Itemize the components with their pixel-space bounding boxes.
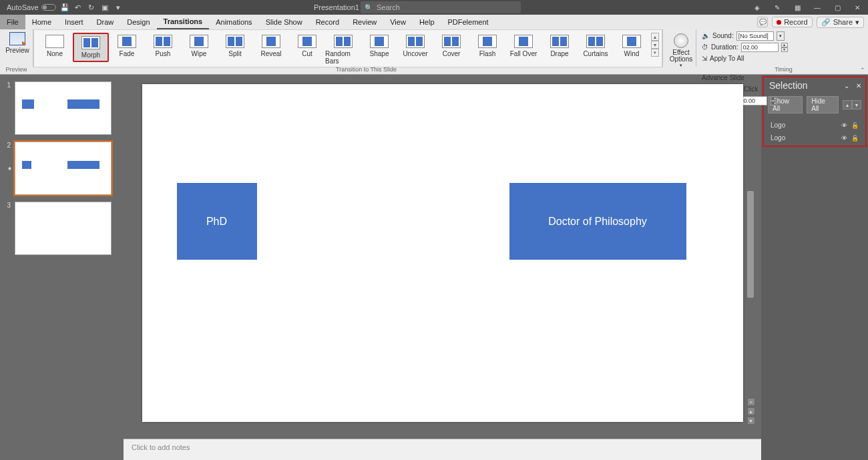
slide-nav-buttons[interactable]: ≡▲▼ [747, 398, 755, 425]
menu-pdfelement[interactable]: PDFelement [441, 15, 495, 29]
menu-review[interactable]: Review [346, 15, 383, 29]
sound-icon: 🔈 [702, 32, 710, 39]
group-label-timing: Timing [700, 66, 868, 74]
menu-record[interactable]: Record [309, 15, 346, 29]
transition-gallery: None Morph Fade Push Wipe Split Reveal C… [33, 29, 662, 67]
menu-bar: File Home Insert Draw Design Transitions… [0, 15, 868, 29]
maximize-button[interactable]: ▢ [832, 2, 843, 13]
group-label-preview: Preview [0, 66, 33, 74]
transition-wind[interactable]: Wind [614, 33, 650, 59]
apply-all-icon: ⇲ [702, 55, 707, 62]
menu-insert[interactable]: Insert [58, 15, 90, 29]
ribbon-collapse-icon[interactable]: ⌃ [860, 67, 865, 73]
menu-home[interactable]: Home [25, 15, 58, 29]
thumb-slide-1[interactable] [15, 81, 112, 135]
menu-design[interactable]: Design [120, 15, 156, 29]
search-icon: 🔍 [365, 4, 373, 11]
transition-uncover[interactable]: Uncover [397, 33, 433, 59]
duration-input[interactable]: 02.00 [741, 43, 779, 52]
selection-collapse-icon[interactable]: ⌄ [844, 82, 849, 89]
close-button[interactable]: ✕ [852, 2, 863, 13]
effect-options-label: Effect Options [667, 49, 695, 63]
minimize-button[interactable]: — [812, 2, 823, 13]
notes-pane[interactable]: Click to add notes [124, 439, 761, 460]
record-button[interactable]: Record [772, 17, 812, 27]
sound-dropdown-icon[interactable]: ▾ [777, 31, 785, 41]
transition-flash[interactable]: Flash [469, 33, 505, 59]
visibility-icon[interactable]: 👁 [841, 135, 847, 142]
transition-morph[interactable]: Morph [73, 33, 109, 62]
preview-icon [9, 32, 25, 45]
selection-close-icon[interactable]: ✕ [856, 82, 861, 89]
shape-phd[interactable]: PhD [177, 183, 257, 260]
transition-randombars[interactable]: Random Bars [325, 33, 361, 67]
title-bar: AutoSave 💾 ↶ ↻ ▣ ▾ Presentation1 - Power… [0, 0, 868, 15]
undo-icon[interactable]: ↶ [73, 3, 83, 12]
gallery-scroll[interactable]: ▲▼▾ [651, 33, 659, 57]
autosave-label: AutoSave [7, 3, 39, 11]
effect-options-button[interactable]: Effect Options ▾ [667, 32, 695, 68]
menu-draw[interactable]: Draw [90, 15, 121, 29]
ribbon: Preview None Morph Fade Push Wipe Split … [0, 29, 868, 75]
duration-spinner[interactable]: ▲▼ [781, 43, 788, 52]
sound-label: Sound: [712, 32, 734, 39]
menu-view[interactable]: View [383, 15, 413, 29]
transition-shape[interactable]: Shape [361, 33, 397, 59]
thumb-slide-2[interactable] [15, 142, 112, 195]
menu-transitions[interactable]: Transitions [157, 15, 210, 29]
search-placeholder: Search [377, 3, 400, 11]
transition-drape[interactable]: Drape [541, 33, 578, 59]
transition-split[interactable]: Split [217, 33, 253, 59]
hide-all-button[interactable]: Hide All [807, 96, 839, 113]
qat-dropdown-icon[interactable]: ▾ [114, 3, 123, 12]
transition-curtains[interactable]: Curtains [578, 33, 614, 59]
comments-icon[interactable]: 💬 [757, 17, 768, 27]
reorder-up-icon[interactable]: ▲ [843, 100, 852, 109]
reorder-down-icon[interactable]: ▼ [852, 100, 861, 109]
thumb-number: 1 [4, 81, 11, 135]
duration-icon: ⏱ [702, 43, 708, 51]
selection-pane: Selection ⌄ ✕ Show All Hide All ▲▼ Logo … [761, 75, 868, 460]
visibility-icon[interactable]: 👁 [841, 122, 847, 129]
transition-reveal[interactable]: Reveal [253, 33, 289, 59]
thumb-number: 3 [4, 202, 11, 255]
pen-icon[interactable]: ✎ [772, 2, 783, 13]
redo-icon[interactable]: ↻ [87, 3, 96, 12]
transition-push[interactable]: Push [145, 33, 181, 59]
preview-button[interactable]: Preview [4, 32, 31, 54]
search-input[interactable]: 🔍 Search [361, 1, 521, 13]
selection-item[interactable]: Logo 👁🔓 [768, 133, 861, 143]
transition-fade[interactable]: Fade [109, 33, 145, 59]
diamond-icon[interactable]: ◈ [752, 2, 763, 13]
menu-slideshow[interactable]: Slide Show [259, 15, 309, 29]
shape-doctor[interactable]: Doctor of Philosophy [509, 183, 686, 260]
duration-label: Duration: [711, 43, 738, 51]
sound-select[interactable]: [No Sound] [736, 31, 774, 41]
share-button[interactable]: 🔗 Share ▾ [817, 17, 864, 28]
thumb-slide-3[interactable] [15, 202, 112, 255]
transition-none[interactable]: None [37, 33, 73, 59]
group-label-gallery: Transition to This Slide [33, 66, 700, 74]
menu-help[interactable]: Help [413, 15, 441, 29]
save-icon[interactable]: 💾 [60, 3, 69, 12]
app-box-icon[interactable]: ▦ [792, 2, 803, 13]
selection-item[interactable]: Logo 👁🔓 [768, 120, 861, 130]
after-spinner[interactable]: ▲▼ [770, 96, 777, 105]
menu-file[interactable]: File [0, 15, 25, 29]
preview-label: Preview [5, 47, 29, 54]
transition-cut[interactable]: Cut [289, 33, 325, 59]
transition-fallover[interactable]: Fall Over [505, 33, 541, 59]
effect-options-icon [674, 33, 688, 48]
transition-wipe[interactable]: Wipe [181, 33, 217, 59]
lock-icon[interactable]: 🔓 [851, 122, 859, 129]
from-beginning-icon[interactable]: ▣ [100, 3, 110, 12]
menu-animations[interactable]: Animations [209, 15, 258, 29]
lock-icon[interactable]: 🔓 [851, 135, 859, 142]
vertical-scrollbar[interactable] [747, 191, 754, 298]
autosave-toggle[interactable]: AutoSave [7, 3, 56, 11]
slide-thumbnails: 1 2 3 [0, 75, 124, 460]
transition-cover[interactable]: Cover [433, 33, 469, 59]
slide-canvas[interactable]: PhD Doctor of Philosophy ≡▲▼ [142, 84, 743, 422]
apply-to-all-button[interactable]: Apply To All [710, 55, 744, 62]
